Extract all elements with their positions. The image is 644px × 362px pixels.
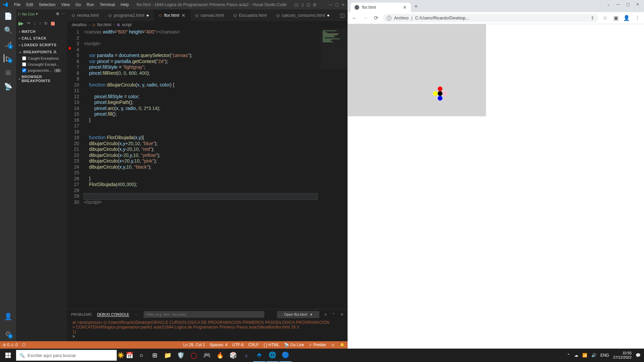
menu-view[interactable]: View xyxy=(58,2,72,7)
status-ln[interactable]: Ln 29, Col 1 xyxy=(183,343,205,347)
status-errors[interactable]: ⊘ 0 ⚠ 0 xyxy=(3,343,17,347)
panel-problems[interactable]: PROBLEMS xyxy=(71,312,92,316)
tray-wifi-icon[interactable]: 📶 xyxy=(582,353,587,358)
layout-icon[interactable]: ⊞ xyxy=(313,2,316,7)
tray-lang[interactable]: ENG xyxy=(600,353,609,358)
address-bar[interactable]: i Archivo | C:/Users/Ricardo/Desktop... … xyxy=(383,14,598,22)
section-breakpoints[interactable]: ⌄ BREAKPOINTS ⚠ xyxy=(16,48,67,55)
task-app-icon[interactable]: 🎮 xyxy=(201,349,213,362)
task-app-icon[interactable]: 🎲 xyxy=(227,349,239,362)
minimize-icon[interactable]: — xyxy=(328,2,332,7)
minimize-icon[interactable]: — xyxy=(616,2,620,7)
gear-icon[interactable]: ⚙ xyxy=(56,12,59,16)
close-tab-icon[interactable]: ✕ xyxy=(181,13,185,18)
close-icon[interactable]: ✕ xyxy=(636,2,639,7)
maximize-icon[interactable]: ▢ xyxy=(335,2,339,7)
menu-help[interactable]: Help xyxy=(118,2,132,7)
source-control-icon[interactable]: ⎇1 xyxy=(4,40,12,48)
task-view-icon[interactable]: ⊞ xyxy=(149,349,161,362)
step-out-icon[interactable]: ↑ xyxy=(39,21,41,26)
task-explorer-icon[interactable]: 📁 xyxy=(162,349,174,362)
task-opera-icon[interactable]: ◯ xyxy=(188,349,200,362)
tray-chevron-icon[interactable]: ⌃ xyxy=(567,353,570,358)
tray-cloud-icon[interactable]: ☁ xyxy=(574,353,578,358)
tab-receta[interactable]: ◇receta.html xyxy=(67,9,104,21)
account-icon[interactable]: 👤 xyxy=(4,312,12,320)
filter-input[interactable] xyxy=(144,311,264,318)
new-tab-button[interactable]: + xyxy=(411,1,421,12)
close-panel-icon[interactable]: ✕ xyxy=(340,312,343,317)
tray-notifications-icon[interactable]: 💬 xyxy=(636,353,641,358)
task-app-icon[interactable]: 🛡️ xyxy=(175,349,187,362)
menu-edit[interactable]: Edit xyxy=(23,2,36,7)
menu-run[interactable]: Run xyxy=(84,2,97,7)
profile-icon[interactable]: 👤 xyxy=(623,15,631,21)
layout-icon[interactable]: ▯▯ xyxy=(294,2,299,7)
collapse-icon[interactable]: ⌃ xyxy=(332,312,335,317)
status-prettier[interactable]: ✓ Prettier xyxy=(309,343,326,347)
continue-icon[interactable]: ▮▶ xyxy=(18,21,23,26)
close-tab-icon[interactable]: ✕ xyxy=(403,5,407,10)
info-icon[interactable]: i xyxy=(387,16,391,20)
explorer-icon[interactable]: 📄 xyxy=(4,12,12,20)
run-debug-icon[interactable]: ▷1 xyxy=(4,54,12,62)
tab-escuadra[interactable]: ◇Escuadra.html xyxy=(229,9,272,21)
clear-icon[interactable]: ≡ xyxy=(325,312,327,316)
more-icon[interactable]: ⋯ xyxy=(135,312,138,317)
maximize-icon[interactable]: ▢ xyxy=(626,2,630,7)
task-app-icon[interactable]: 🔥 xyxy=(214,349,226,362)
more-icon[interactable]: ⋯ xyxy=(61,12,65,16)
status-feedback-icon[interactable]: ☺ xyxy=(331,343,335,347)
task-cortana-icon[interactable]: ○ xyxy=(136,349,148,362)
task-vs-icon[interactable]: ⬨ xyxy=(240,349,252,362)
bp-file[interactable]: juegosecreto...14 xyxy=(16,67,67,73)
menu-selection[interactable]: Selection xyxy=(36,2,58,7)
panel-debug-console[interactable]: DEBUG CONSOLE xyxy=(97,312,129,317)
chevron-down-icon[interactable]: ⌄ xyxy=(607,2,610,7)
forward-button[interactable]: → xyxy=(361,15,369,21)
task-edge-icon[interactable]: 🌐 xyxy=(266,349,278,362)
bookmark-icon[interactable]: ☆ xyxy=(601,15,609,21)
status-port[interactable]: ⬡ xyxy=(22,343,25,347)
tab-programa2[interactable]: ◇programa2.html ● xyxy=(104,9,154,21)
share-icon[interactable]: ⇪ xyxy=(591,15,594,20)
status-lang[interactable]: { } HTML xyxy=(264,343,279,347)
menu-terminal[interactable]: Terminal xyxy=(97,2,117,7)
tray-volume-icon[interactable]: 🔊 xyxy=(591,353,596,358)
browser-tab[interactable]: flor.html ✕ xyxy=(351,3,411,12)
menu-icon[interactable]: ⋮ xyxy=(633,15,641,21)
settings-icon[interactable]: ⚙1 xyxy=(4,330,12,338)
menu-file[interactable]: File xyxy=(11,2,23,7)
status-bell-icon[interactable]: 🔔 xyxy=(340,343,345,347)
taskbar-search[interactable]: 🔍 Escribe aquí para buscar xyxy=(16,350,117,361)
restart-icon[interactable]: ↻ xyxy=(44,21,48,26)
minimap[interactable] xyxy=(321,28,347,69)
launch-select[interactable]: Open flor.html ▾ xyxy=(277,311,319,318)
breadcrumb[interactable]: desafios› ◇flor.html› ⊕script xyxy=(67,21,347,28)
task-chrome-icon[interactable]: 🔵 xyxy=(279,349,291,362)
tray-clock[interactable]: 10:55 27/12/2022 xyxy=(613,351,632,360)
reload-button[interactable]: ⟳ xyxy=(372,15,380,21)
run-config-select[interactable]: ▷ No Con ▾ xyxy=(18,12,38,16)
code-editor[interactable]: 1234567891011121314151617181920212223242… xyxy=(67,28,347,309)
sidepanel-icon[interactable]: ▣ xyxy=(612,15,620,21)
stop-icon[interactable] xyxy=(51,22,55,25)
status-golive[interactable]: 📡 Go Live xyxy=(284,343,304,347)
extensions-icon[interactable]: ⊞ xyxy=(4,68,12,76)
section-watch[interactable]: › WATCH xyxy=(16,28,67,35)
back-button[interactable]: ← xyxy=(351,15,359,21)
status-encoding[interactable]: UTF-8 xyxy=(232,343,244,347)
section-callstack[interactable]: › CALL STACK xyxy=(16,35,67,42)
tab-canvas[interactable]: ◇canvas.html xyxy=(191,9,229,21)
close-icon[interactable]: ✕ xyxy=(341,2,345,7)
status-eol[interactable]: CRLF xyxy=(248,343,259,347)
tab-flor[interactable]: ◇flor.html ✕ xyxy=(154,9,191,21)
status-spaces[interactable]: Spaces: 4 xyxy=(210,343,227,347)
step-over-icon[interactable]: ↷ xyxy=(27,21,30,26)
start-button[interactable] xyxy=(0,349,16,362)
layout-icon[interactable]: ◫ xyxy=(307,2,310,7)
step-into-icon[interactable]: ↓ xyxy=(34,21,36,26)
section-loaded[interactable]: › LOADED SCRIPTS xyxy=(16,42,67,48)
tab-calculo[interactable]: ◇calculo_consumo.html ● xyxy=(272,9,334,21)
search-icon[interactable]: 🔍 xyxy=(4,26,12,34)
